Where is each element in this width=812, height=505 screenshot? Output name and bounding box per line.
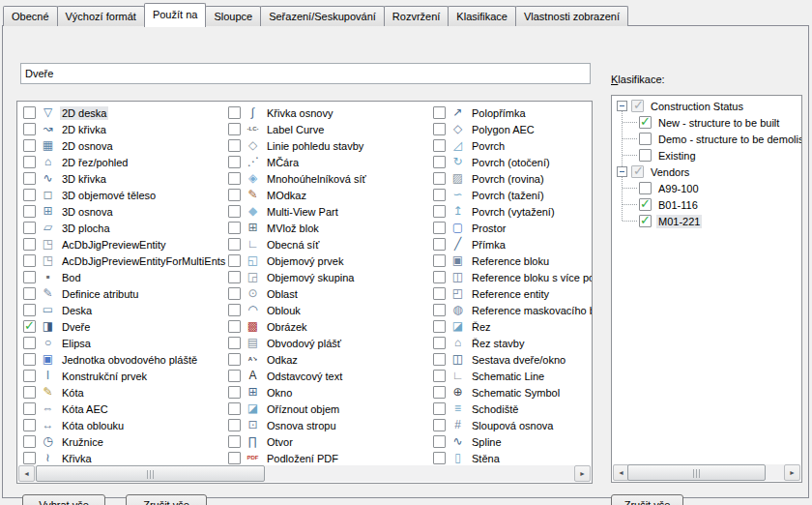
entity-row[interactable]: ◱Objemový prvek (222, 252, 427, 269)
entity-row[interactable]: ▨Povrch (rovina) (427, 170, 592, 187)
tree-item-checkbox[interactable] (639, 149, 652, 162)
entity-row[interactable]: ⌂2D řez/pohled (17, 154, 222, 170)
entity-row[interactable]: ∟Obecná síť (222, 236, 427, 252)
entity-row[interactable]: ∿Spline (427, 433, 592, 450)
entity-row[interactable]: ⊡Osnova stropu (222, 417, 427, 433)
entity-checkbox[interactable] (23, 435, 36, 448)
entity-checkbox[interactable] (23, 106, 36, 119)
entity-checkbox[interactable] (23, 271, 36, 283)
entity-checkbox[interactable] (433, 419, 446, 431)
entity-row[interactable]: ⅠKonstrukční prvek (17, 368, 222, 384)
tab-rozvrzeni[interactable]: Rozvržení (384, 6, 450, 26)
entity-checkbox[interactable] (228, 419, 241, 431)
entity-row[interactable]: ◇Linie pohledu stavby (222, 137, 427, 154)
collapse-minus-icon[interactable] (617, 166, 627, 177)
entity-row[interactable]: PDFPodložení PDF (222, 450, 427, 465)
entity-checkbox[interactable] (228, 156, 241, 168)
entity-row[interactable]: ↔Kóta oblouku (17, 417, 222, 433)
filter-input[interactable] (20, 63, 591, 84)
entity-row[interactable]: ◳AcDbJigPreviewEntity (17, 236, 222, 252)
entity-checkbox[interactable] (228, 123, 241, 135)
entity-checkbox[interactable] (228, 337, 241, 349)
entity-row[interactable]: ◇Polygon AEC (427, 121, 592, 137)
entity-row[interactable]: ⊞3D osnova (17, 203, 222, 220)
entity-checkbox[interactable] (23, 287, 36, 300)
entity-list-hscrollbar[interactable]: ◄ ► (18, 465, 591, 482)
classification-clear-all-button[interactable]: Zrušit vše (611, 494, 683, 505)
entity-checkbox[interactable] (433, 370, 446, 382)
entity-row[interactable]: ⇔Kóta AEC (17, 401, 222, 417)
entity-row[interactable]: ⊞MVlož blok (222, 220, 427, 236)
entity-row[interactable]: ╱Přímka (427, 236, 592, 252)
tab-vychozi-format[interactable]: Výchozí formát (57, 6, 145, 26)
entity-checkbox[interactable] (228, 172, 241, 185)
entity-row[interactable]: ◈Mnohoúhelníková síť (222, 170, 427, 187)
entity-row[interactable]: A↘Odkaz (222, 351, 427, 368)
entity-checkbox[interactable] (228, 353, 241, 366)
entity-row[interactable]: ▭Deska (17, 302, 222, 318)
entity-checkbox[interactable] (23, 402, 36, 415)
entity-row[interactable]: ∫Křivka osnovy (222, 104, 427, 121)
entity-checkbox[interactable] (228, 304, 241, 316)
entity-row[interactable]: ◳AcDbJigPreviewEntityForMultiEnts (17, 252, 222, 269)
entity-row[interactable]: ↻Povrch (otočení) (427, 154, 592, 170)
entity-row[interactable]: ↥Povrch (vytažení) (427, 203, 592, 220)
entity-checkbox[interactable] (433, 156, 446, 168)
entity-checkbox[interactable] (228, 287, 241, 300)
entity-checkbox[interactable] (433, 402, 446, 415)
tree-group-construction-status[interactable]: Construction Status (612, 98, 801, 114)
entity-row[interactable]: ✎Kóta (17, 384, 222, 401)
classification-tree[interactable]: Construction StatusNew - structure to be… (611, 95, 802, 483)
tree-item-demo-structure-to-be-demolis[interactable]: Demo - structure to be demolis (612, 131, 801, 147)
entity-checkbox[interactable] (433, 238, 446, 251)
entity-checkbox[interactable] (433, 172, 446, 185)
entity-checkbox[interactable] (228, 222, 241, 234)
entity-row[interactable]: -LC-Label Curve (222, 121, 427, 137)
entity-checkbox[interactable] (228, 139, 241, 152)
entity-checkbox[interactable] (228, 271, 241, 283)
entity-checkbox[interactable] (228, 238, 241, 251)
entity-row[interactable]: ⊕Schematic Symbol (427, 384, 592, 401)
entity-checkbox[interactable] (23, 238, 36, 251)
tree-group-vendors[interactable]: Vendors (612, 163, 801, 180)
entity-checkbox[interactable] (23, 320, 36, 333)
entity-row[interactable]: ∟Schematic Line (427, 368, 592, 384)
entity-row[interactable]: ⊙Oblast (222, 285, 427, 302)
tree-item-m01-221[interactable]: M01-221 (612, 213, 801, 229)
tree-item-b01-116[interactable]: B01-116 (612, 196, 801, 213)
entity-checkbox[interactable] (228, 106, 241, 119)
entity-row[interactable]: ◲Objemový skupina (222, 269, 427, 285)
entity-row[interactable]: ◫Sestava dveře/okno (427, 351, 592, 368)
entity-row[interactable]: ▣Jednotka obvodového pláště (17, 351, 222, 368)
tree-group-checkbox[interactable] (631, 165, 644, 178)
entity-checkbox[interactable] (23, 254, 36, 267)
entity-checkbox[interactable] (23, 156, 36, 168)
entity-row[interactable]: ▦2D osnova (17, 137, 222, 154)
entity-row[interactable]: ⌂Řez stavby (427, 335, 592, 351)
entity-checkbox[interactable] (433, 320, 446, 333)
entity-row[interactable]: ◰Reference entity (427, 285, 592, 302)
entity-checkbox[interactable] (23, 123, 36, 135)
entity-checkbox[interactable] (228, 452, 241, 464)
tab-pouzit-na[interactable]: Použít na (144, 3, 206, 27)
entity-checkbox[interactable] (23, 222, 36, 234)
entity-row[interactable]: ◿Povrch (427, 137, 592, 154)
entity-checkbox[interactable] (23, 452, 36, 464)
entity-row[interactable]: ∏Otvor (222, 433, 427, 450)
entity-checkbox[interactable] (433, 337, 446, 349)
entity-row[interactable]: ◷Kružnice (17, 433, 222, 450)
entity-checkbox[interactable] (433, 271, 446, 283)
entity-row[interactable]: ▩Obrázek (222, 318, 427, 335)
entity-row[interactable]: ✎MOdkaz (222, 187, 427, 203)
entity-row[interactable]: ◍Reference maskovacího bl (427, 302, 592, 318)
entity-checkbox[interactable] (228, 402, 241, 415)
entity-checkbox[interactable] (433, 254, 446, 267)
tree-item-checkbox[interactable] (639, 182, 652, 194)
entity-checkbox[interactable] (228, 386, 241, 399)
entity-row[interactable]: ▤Obvodový plášť (222, 335, 427, 351)
entity-checkbox[interactable] (23, 337, 36, 349)
entity-checkbox[interactable] (23, 205, 36, 218)
entity-checkbox[interactable] (433, 386, 446, 399)
entity-row[interactable]: ∿3D křivka (17, 170, 222, 187)
entity-row[interactable]: ≀Křivka (17, 450, 222, 465)
